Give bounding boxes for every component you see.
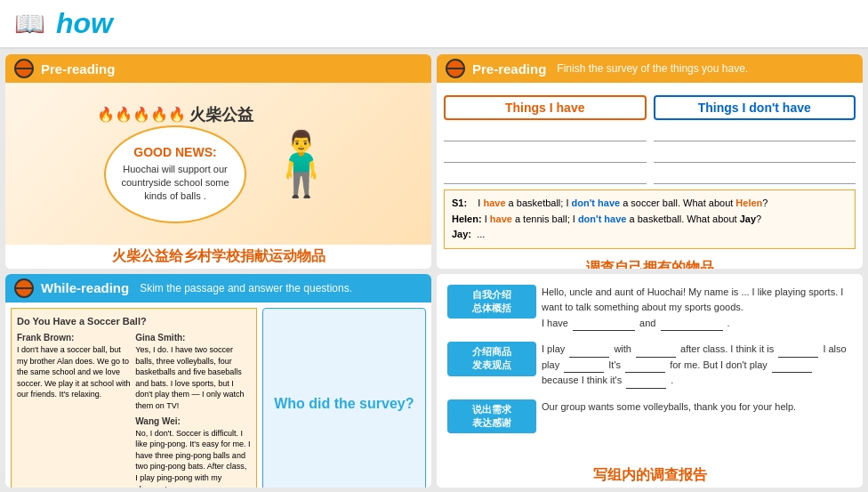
survey-dialogue: S1: I have a basketball; I don't have a … — [444, 190, 856, 249]
blank-6 — [564, 372, 604, 373]
report-row-1: 自我介绍 总体概括 Hello, uncle and aunt of Huoch… — [447, 285, 852, 339]
speech-bubble: GOOD NEWS: Huochai will support our coun… — [104, 125, 246, 223]
survey-line-4 — [654, 125, 856, 141]
good-news-label: GOOD NEWS: — [133, 145, 216, 159]
person-gina: Gina Smith: Yes, I do. I have two soccer… — [135, 332, 250, 412]
blank-1 — [573, 330, 635, 331]
helen-label: Helen: — [452, 214, 482, 224]
panel-survey-report: 自我介绍 总体概括 Hello, uncle and aunt of Huoch… — [437, 274, 863, 488]
report-text-2: I play with after class. I think it is I… — [542, 342, 852, 389]
person-frank: Frank Brown: I don't have a soccer ball,… — [17, 332, 132, 488]
panel3-subtitle: Skim the passage and answer the question… — [140, 282, 352, 294]
jay-label: Jay: — [452, 229, 471, 239]
flame-icons: 🔥🔥🔥🔥🔥 — [97, 106, 186, 123]
flame-logo: 🔥🔥🔥🔥🔥 火柴公益 GOOD NEWS: Huochai will suppo… — [97, 104, 253, 223]
survey-line-6 — [654, 168, 856, 184]
report-label-1: 自我介绍 总体概括 — [447, 285, 536, 319]
panel2-header: Pre-reading Finish the survey of the thi… — [437, 54, 863, 83]
s1-label: S1: — [452, 198, 467, 208]
reading-box: Do You Have a Soccer Ball? Frank Brown: … — [11, 308, 426, 488]
report-row-3: 说出需求 表达感谢 Our group wants some volleybal… — [447, 399, 852, 454]
panel1-content: 🔥🔥🔥🔥🔥 火柴公益 GOOD NEWS: Huochai will suppo… — [5, 83, 431, 245]
panel2-title: Pre-reading — [472, 61, 546, 77]
panel4-content: 自我介绍 总体概括 Hello, uncle and aunt of Huoch… — [437, 274, 863, 464]
panel-prereading-left: Pre-reading 🔥🔥🔥🔥🔥 火柴公益 GOOD NEWS: Huocha… — [5, 54, 431, 269]
who-survey-box: Who did the survey? — [262, 308, 426, 488]
who-question-text: Who did the survey? — [267, 389, 421, 419]
blank-3 — [569, 357, 609, 358]
blank-2 — [661, 330, 723, 331]
basketball-icon-3 — [14, 278, 34, 298]
panel-while-reading: While-reading Skim the passage and answe… — [5, 274, 431, 488]
survey-line-1 — [444, 125, 647, 141]
panel4-footer: 写组内的调查报告 — [437, 464, 863, 488]
panel3-title: While-reading — [41, 280, 129, 295]
top-header: 📖 how — [0, 0, 868, 49]
blank-4 — [636, 357, 676, 358]
report-label-3: 说出需求 表达感谢 — [447, 399, 536, 434]
panel2-content: Things I have Things I don't have S1: I … — [437, 83, 863, 256]
person-gina-wang-col: Gina Smith: Yes, I do. I have two soccer… — [135, 332, 250, 488]
panel1-footer: 火柴公益给乡村学校捐献运动物品 — [5, 245, 431, 269]
survey-col-donthave: Things I don't have — [654, 95, 856, 184]
panel2-footer: 调查自己拥有的物品 — [437, 256, 863, 269]
panel3-content: Do You Have a Soccer Ball? Frank Brown: … — [5, 302, 431, 488]
panel2-subtitle: Finish the survey of the things you have… — [557, 62, 748, 75]
report-grid: 自我介绍 总体概括 Hello, uncle and aunt of Huoch… — [442, 279, 857, 459]
panel-prereading-right: Pre-reading Finish the survey of the thi… — [437, 54, 863, 269]
panel2-footer-text: 调查自己拥有的物品 — [586, 260, 714, 269]
flame-title-row: 🔥🔥🔥🔥🔥 火柴公益 — [97, 104, 253, 125]
jay-text: ... — [477, 229, 485, 239]
survey-line-3 — [444, 168, 647, 184]
main-grid: Pre-reading 🔥🔥🔥🔥🔥 火柴公益 GOOD NEWS: Huocha… — [0, 49, 868, 492]
newspaper-card: Do You Have a Soccer Ball? Frank Brown: … — [11, 308, 257, 488]
survey-table: Things I have Things I don't have — [444, 95, 856, 184]
panel1-title: Pre-reading — [41, 61, 115, 77]
blank-9 — [626, 388, 666, 389]
col-donthave-title: Things I don't have — [654, 95, 856, 120]
person-wang: Wang Wei: No, I don't. Soccer is difficu… — [135, 415, 250, 488]
blank-5 — [778, 357, 818, 358]
panel3-header: While-reading Skim the passage and answe… — [5, 274, 431, 302]
col-have-title: Things I have — [444, 95, 647, 120]
flame-brand-text: 火柴公益 — [189, 104, 253, 125]
survey-line-2 — [444, 147, 647, 163]
report-text-3: Our group wants some volleyballs, thank … — [542, 399, 852, 415]
person-figure: 🧍‍♂️ — [262, 133, 340, 195]
page-title: how — [56, 7, 113, 40]
bubble-body-text: Huochai will support our countryside sch… — [115, 163, 236, 204]
survey-line-5 — [654, 147, 856, 163]
survey-col-have: Things I have — [444, 95, 647, 184]
book-icon: 📖 — [14, 9, 45, 38]
newspaper-title: Do You Have a Soccer Ball? — [17, 314, 251, 329]
report-text-1: Hello, uncle and aunt of Huochai! My nam… — [542, 285, 852, 332]
newspaper-cols: Frank Brown: I don't have a soccer ball,… — [17, 332, 251, 488]
report-label-2: 介绍商品 发表观点 — [447, 342, 536, 376]
panel1-header: Pre-reading — [5, 54, 431, 83]
basketball-icon-2 — [446, 59, 465, 78]
panel1-footer-text: 火柴公益给乡村学校捐献运动物品 — [112, 248, 326, 263]
basketball-icon-1 — [14, 59, 34, 78]
blank-8 — [772, 372, 812, 373]
blank-7 — [625, 372, 665, 373]
panel4-footer-text: 写组内的调查报告 — [593, 467, 707, 482]
report-row-2: 介绍商品 发表观点 I play with after class. I thi… — [447, 342, 852, 396]
